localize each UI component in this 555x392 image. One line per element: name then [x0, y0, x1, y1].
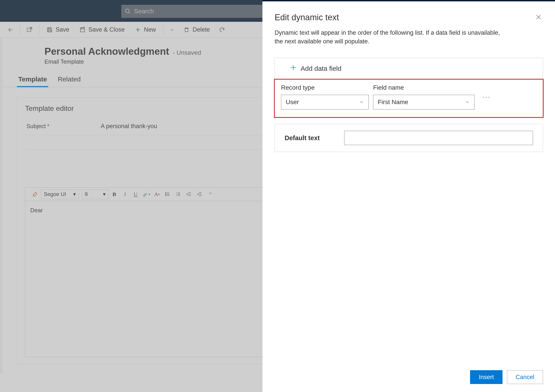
- font-size-value: 9: [85, 191, 88, 197]
- save-label: Save: [56, 26, 69, 33]
- indent-icon: [197, 192, 202, 197]
- refresh-icon: [219, 27, 225, 33]
- svg-rect-7: [81, 28, 83, 29]
- format-painter-button[interactable]: [30, 189, 40, 199]
- add-data-field-button[interactable]: Add data field: [275, 58, 543, 79]
- svg-rect-3: [27, 28, 31, 31]
- number-list-icon: 123: [176, 192, 181, 197]
- font-size-select[interactable]: 9 ▾: [82, 189, 109, 199]
- panel-footer: Insert Cancel: [275, 363, 543, 384]
- tab-related[interactable]: Related: [56, 74, 82, 87]
- caret-down-icon: ▾: [103, 191, 106, 197]
- insert-button[interactable]: Insert: [470, 370, 503, 384]
- svg-point-11: [166, 193, 166, 193]
- svg-text:3: 3: [176, 194, 177, 196]
- save-close-button[interactable]: Save & Close: [75, 24, 129, 35]
- italic-button[interactable]: I: [120, 189, 130, 199]
- chevron-down-icon: [359, 100, 364, 104]
- new-dropdown-button[interactable]: [166, 26, 177, 34]
- page-status: - Unsaved: [173, 49, 201, 56]
- close-panel-button[interactable]: [534, 13, 543, 23]
- quote-button[interactable]: ”: [205, 189, 215, 199]
- underline-button[interactable]: U: [131, 189, 140, 199]
- save-close-label: Save & Close: [88, 26, 125, 33]
- bullet-list-button[interactable]: [163, 189, 173, 199]
- save-close-icon: [79, 26, 86, 33]
- number-list-button[interactable]: 123: [174, 189, 183, 199]
- vertical-scrollbar[interactable]: [0, 38, 3, 374]
- font-family-value: Segoe UI: [44, 191, 66, 197]
- default-text-label: Default text: [285, 134, 320, 142]
- outdent-icon: [186, 192, 192, 197]
- trash-icon: [183, 26, 190, 33]
- bold-button[interactable]: B: [110, 189, 119, 199]
- tab-template[interactable]: Template: [17, 74, 48, 87]
- save-icon: [46, 26, 53, 33]
- subject-label: Subject*: [25, 123, 90, 130]
- outdent-button[interactable]: [184, 189, 194, 199]
- chevron-down-icon: [169, 27, 174, 32]
- close-icon: [535, 14, 542, 20]
- default-text-input[interactable]: [344, 131, 533, 145]
- record-type-select[interactable]: User: [281, 95, 369, 110]
- page-title: Personal Acknowledgment: [44, 46, 169, 57]
- record-type-label: Record type: [281, 84, 369, 91]
- format-painter-icon: [32, 191, 38, 197]
- open-new-window-button[interactable]: [23, 25, 36, 35]
- popout-icon: [26, 27, 33, 33]
- panel-description: Dynamic text will appear in the order of…: [275, 29, 508, 46]
- field-name-label: Field name: [373, 84, 475, 91]
- delete-label: Delete: [193, 26, 210, 33]
- refresh-button[interactable]: [216, 25, 228, 35]
- plus-icon: [290, 64, 297, 73]
- highlight-button[interactable]: ▾: [141, 189, 151, 199]
- record-type-value: User: [286, 99, 299, 106]
- edit-dynamic-text-panel: Edit dynamic text Dynamic text will appe…: [262, 1, 555, 392]
- indent-button[interactable]: [195, 189, 204, 199]
- font-family-select[interactable]: Segoe UI ▾: [41, 189, 79, 199]
- highlight-icon: [143, 191, 148, 197]
- svg-rect-5: [48, 28, 50, 29]
- bullet-list-icon: [165, 192, 170, 197]
- field-name-value: First Name: [378, 99, 408, 106]
- panel-title: Edit dynamic text: [275, 13, 339, 22]
- add-data-field-label: Add data field: [301, 65, 341, 72]
- svg-rect-10: [185, 28, 188, 32]
- data-field-row: Record type Field name User First Name ·…: [274, 79, 544, 118]
- svg-rect-6: [48, 30, 51, 32]
- svg-point-15: [166, 195, 166, 196]
- delete-button[interactable]: Delete: [179, 24, 214, 35]
- chevron-down-icon: [465, 100, 470, 104]
- save-button[interactable]: Save: [42, 24, 73, 35]
- new-button[interactable]: New: [131, 24, 160, 35]
- svg-line-1: [129, 12, 130, 14]
- field-name-select[interactable]: First Name: [373, 95, 475, 110]
- new-label: New: [144, 26, 156, 33]
- plus-icon: [135, 26, 141, 33]
- search-placeholder: Search: [134, 8, 154, 15]
- cancel-button[interactable]: Cancel: [507, 370, 543, 384]
- required-indicator: *: [47, 123, 49, 129]
- arrow-left-icon: [7, 27, 14, 33]
- row-more-button[interactable]: ···: [482, 93, 491, 101]
- caret-down-icon: ▾: [73, 191, 76, 197]
- svg-point-0: [126, 9, 129, 13]
- search-icon: [125, 8, 131, 15]
- default-text-section: Default text: [275, 124, 543, 152]
- font-color-button[interactable]: A▾: [152, 189, 162, 199]
- svg-point-13: [166, 194, 166, 195]
- data-field-section: Add data field Record type Field name Us…: [275, 58, 543, 117]
- back-button[interactable]: [4, 25, 17, 35]
